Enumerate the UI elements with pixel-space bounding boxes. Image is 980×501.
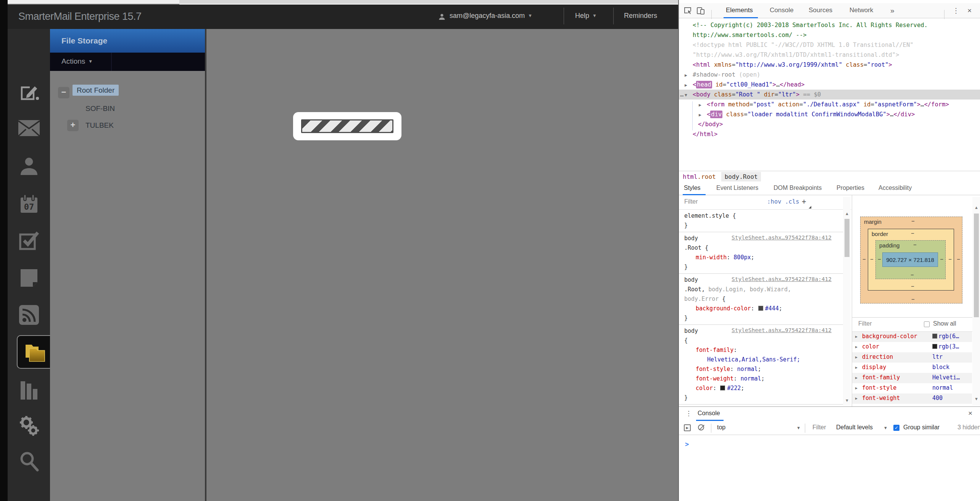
sidebar-item-search[interactable] xyxy=(8,450,50,472)
style-line[interactable]: } xyxy=(679,221,843,230)
more-tabs-icon[interactable]: » xyxy=(890,6,895,15)
box-model-padding[interactable]: padding − − − − 902.727 × 721.818 xyxy=(875,240,946,279)
computed-property-row[interactable]: ▶background-colorrgb(6… xyxy=(852,332,972,342)
computed-property-row[interactable]: ▶font-familyHelveti… xyxy=(852,373,972,383)
style-line[interactable]: min-width: 800px; xyxy=(679,253,843,262)
sidebar-item-compose[interactable] xyxy=(8,82,50,102)
tree-item-sof-bin[interactable]: SOF-BIN xyxy=(85,104,115,113)
scrollbar-thumb[interactable] xyxy=(845,219,849,257)
padding-left-value[interactable]: − xyxy=(878,256,881,262)
border-bottom-value[interactable]: − xyxy=(911,283,914,289)
console-prompt-chevron[interactable]: > xyxy=(685,440,689,448)
style-line[interactable]: } xyxy=(679,262,843,272)
padding-bottom-value[interactable]: − xyxy=(911,271,914,278)
computed-property-row[interactable]: ▶colorrgb(3… xyxy=(852,342,972,352)
kebab-menu-icon[interactable]: ⋮ xyxy=(685,409,692,418)
stylesheet-link[interactable]: StyleSheet.ashx…975422f78a:412 xyxy=(732,234,832,241)
actions-menu[interactable]: Actions▼ xyxy=(61,57,93,66)
close-icon[interactable]: × xyxy=(967,6,972,15)
expand-arrow-icon[interactable]: ▶ xyxy=(855,376,858,380)
style-line[interactable]: } xyxy=(679,313,843,323)
padding-top-value[interactable]: − xyxy=(913,241,917,248)
scroll-down-arrow[interactable]: ▼ xyxy=(974,397,978,401)
styles-filter-input[interactable]: Filter xyxy=(684,198,698,205)
tab-console[interactable]: Console xyxy=(770,6,793,14)
scroll-up-arrow[interactable]: ▲ xyxy=(845,211,849,216)
style-line[interactable]: Helvetica,Arial,Sans-Serif; xyxy=(679,355,843,365)
margin-left-value[interactable]: − xyxy=(862,256,866,262)
padding-right-value[interactable]: − xyxy=(940,256,943,262)
close-icon[interactable]: × xyxy=(968,409,972,418)
expand-arrow-icon[interactable]: ▶ xyxy=(855,345,858,349)
tab-properties[interactable]: Properties xyxy=(837,185,864,191)
help-menu[interactable]: Help▼ xyxy=(575,12,597,20)
scrollbar-thumb[interactable] xyxy=(974,214,979,317)
computed-scrollbar[interactable]: ▲ ▼ xyxy=(972,197,980,406)
dom-comment-line[interactable]: <!-- Copyright(c) 2003-2018 SmarterTools… xyxy=(679,20,980,30)
dom-doctype-line[interactable]: <!doctype html PUBLIC "-//W3C//DTD XHTML… xyxy=(679,40,980,50)
margin-right-value[interactable]: − xyxy=(957,256,960,262)
sidebar-item-contacts[interactable] xyxy=(8,156,50,177)
dom-html-close-line[interactable]: </html> xyxy=(679,129,980,139)
sidebar-item-mail[interactable] xyxy=(8,119,50,137)
sidebar-item-notes[interactable] xyxy=(8,268,50,288)
hover-state-toggle[interactable]: :hov xyxy=(767,198,781,205)
expand-arrow-icon[interactable]: ▶ xyxy=(855,355,858,359)
dom-body-line-selected[interactable]: …▼<body class="Root " dir="ltr"> == $0 xyxy=(679,90,980,100)
sidebar-item-reports[interactable] xyxy=(8,381,50,400)
stylesheet-link[interactable]: StyleSheet.ashx…975422f78a:412 xyxy=(732,276,832,282)
style-line[interactable]: color: #222; xyxy=(679,384,843,393)
box-model-border[interactable]: border − − − − padding − − − − 902.727 ×… xyxy=(868,229,954,291)
computed-property-row[interactable]: ▶font-weight400 xyxy=(852,393,972,404)
style-line[interactable]: .Root { xyxy=(679,243,843,253)
style-line[interactable]: background-color: #444; xyxy=(679,304,843,313)
stylesheet-link[interactable]: StyleSheet.ashx…975422f78a:412 xyxy=(732,327,832,333)
tab-dom-breakpoints[interactable]: DOM Breakpoints xyxy=(774,185,822,191)
expand-arrow-icon[interactable]: ▶ xyxy=(855,365,858,369)
border-right-value[interactable]: − xyxy=(948,256,952,262)
margin-top-value[interactable]: − xyxy=(911,218,915,224)
style-line[interactable]: body.Error { xyxy=(679,294,843,304)
style-line[interactable]: element.style { xyxy=(679,211,843,221)
style-line[interactable]: .Root, body.Login, body.Wizard, xyxy=(679,285,843,294)
sidebar-item-calendar[interactable]: 07 xyxy=(8,193,50,215)
device-toolbar-icon[interactable] xyxy=(696,6,705,15)
dom-head-line[interactable]: ▶<head id="ctl00_Head1">…</head> xyxy=(679,80,980,90)
tab-elements[interactable]: Elements xyxy=(726,6,753,14)
dom-shadow-root-line[interactable]: ▶#shadow-root (open) xyxy=(679,70,980,80)
expand-arrow-icon[interactable]: ▶ xyxy=(855,334,858,339)
margin-bottom-value[interactable]: − xyxy=(911,296,915,302)
dom-comment-line[interactable]: http://www.smartertools.com/ --> xyxy=(679,30,980,40)
dom-body-close-line[interactable]: </body> xyxy=(679,119,980,129)
console-sidebar-icon[interactable]: ▶ xyxy=(684,424,691,431)
box-model-content[interactable]: 902.727 × 721.818 xyxy=(882,252,938,267)
show-all-checkbox[interactable] xyxy=(924,321,930,327)
sidebar-item-tasks[interactable] xyxy=(8,230,50,251)
tree-item-root-folder[interactable]: Root Folder xyxy=(73,86,119,95)
sidebar-item-file-storage[interactable] xyxy=(17,335,53,369)
dom-doctype-line[interactable]: "http://www.w3.org/TR/xhtml1/DTD/xhtml1-… xyxy=(679,50,980,60)
border-left-value[interactable]: − xyxy=(870,256,874,262)
reminders-button[interactable]: Reminders xyxy=(624,12,657,20)
scroll-down-arrow[interactable]: ▼ xyxy=(845,398,849,403)
clear-console-icon[interactable] xyxy=(698,424,704,430)
breadcrumb-body-root[interactable]: body.Root xyxy=(721,172,761,181)
border-top-value[interactable]: − xyxy=(911,230,914,236)
dom-div-line[interactable]: ▶<div class="loader modaltint ConfirmWin… xyxy=(679,109,980,119)
computed-property-row[interactable]: ▶directionltr xyxy=(852,352,972,363)
collapse-toggle[interactable]: − xyxy=(58,87,69,98)
scroll-up-arrow[interactable]: ▲ xyxy=(974,205,978,210)
expand-arrow-icon[interactable]: ▶ xyxy=(855,386,858,390)
style-line[interactable]: font-weight: normal; xyxy=(679,374,843,384)
group-similar-checkbox[interactable]: ✓ xyxy=(893,425,899,431)
tab-sources[interactable]: Sources xyxy=(809,6,832,14)
tab-styles[interactable]: Styles xyxy=(684,185,701,191)
class-toggle[interactable]: .cls xyxy=(785,198,799,205)
console-filter-input[interactable]: Filter xyxy=(812,424,826,431)
tree-item-tulbek[interactable]: TULBEK xyxy=(85,121,114,130)
expand-toggle[interactable]: + xyxy=(67,120,79,131)
log-levels-dropdown[interactable]: Default levels xyxy=(836,424,873,431)
box-model-margin[interactable]: margin − − − − border − − − − padding − xyxy=(860,217,962,303)
computed-property-row[interactable]: ▶font-stylenormal xyxy=(852,383,972,393)
context-selector[interactable]: top xyxy=(717,424,725,431)
